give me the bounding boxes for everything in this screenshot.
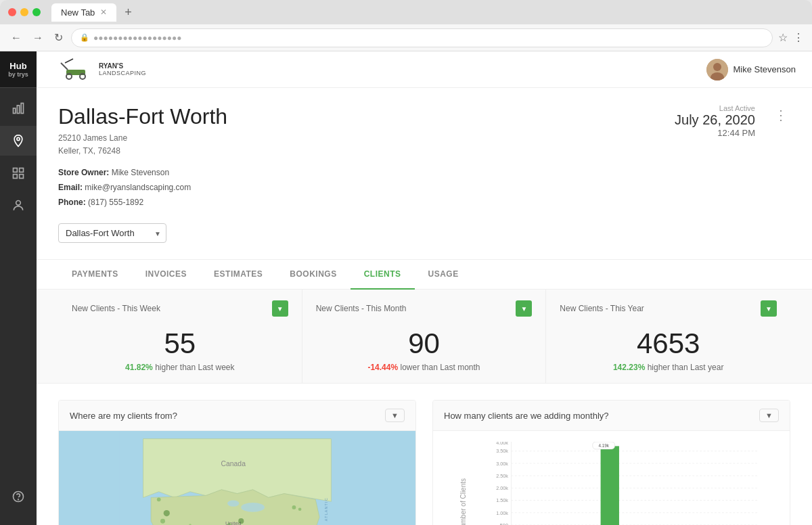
minimize-button[interactable]	[20, 8, 28, 16]
svg-text:A T L A N T I C: A T L A N T I C	[324, 498, 328, 521]
stat-month-value: 90	[316, 327, 533, 360]
svg-rect-0	[14, 108, 16, 114]
location-select[interactable]: Dallas-Fort Worth	[58, 223, 166, 243]
svg-point-32	[238, 518, 244, 524]
last-active-time: 12:44 PM	[675, 128, 755, 138]
sidebar-item-grid[interactable]	[0, 158, 37, 188]
stat-week-title: New Clients - This Week	[72, 304, 160, 313]
svg-line-15	[61, 63, 68, 70]
svg-rect-7	[20, 175, 24, 179]
svg-point-31	[298, 508, 302, 511]
svg-point-20	[241, 503, 265, 512]
bar-chart-svg: 0.00 500 1.00k 1.50k 2.00k 2.50k 3.00k 3…	[466, 442, 779, 525]
tab-clients[interactable]: CLIENTS	[351, 260, 415, 290]
stat-card-week: New Clients - This Week ▼ 55 41.82% high…	[58, 290, 302, 383]
logo-sub: by trys	[8, 71, 28, 78]
sidebar-item-user[interactable]	[0, 191, 37, 221]
tab-estimates[interactable]: ESTIMATES	[200, 260, 276, 290]
map-chart-title: Where are my clients from?	[70, 411, 177, 421]
svg-point-35	[160, 519, 165, 524]
map-chart-body: Canada United States	[59, 431, 415, 525]
location-section: Dallas-Fort Worth 25210 James Lane Kelle…	[58, 104, 790, 210]
stat-week-dropdown[interactable]: ▼	[272, 300, 288, 317]
logo-text: Hub	[9, 61, 26, 71]
svg-text:2.50k: 2.50k	[496, 473, 508, 479]
main-content: RYAN'S LANDSCAPING Mike Stevenson Dallas…	[37, 51, 812, 525]
new-tab-button[interactable]: +	[125, 5, 132, 20]
user-name: Mike Stevenson	[734, 64, 796, 74]
question-icon	[12, 490, 25, 503]
charts-section: Where are my clients from? ▼	[37, 384, 812, 525]
svg-point-10	[18, 499, 19, 500]
svg-rect-2	[21, 104, 23, 114]
lock-icon: 🔒	[80, 33, 89, 42]
address-line2: Keller, TX, 76248	[58, 145, 227, 158]
close-button[interactable]	[8, 8, 16, 16]
tab-close-icon[interactable]: ✕	[100, 7, 107, 17]
tab-payments[interactable]: PAYMENTS	[58, 260, 132, 290]
svg-point-8	[16, 201, 21, 206]
tabs-list: PAYMENTS INVOICES ESTIMATES BOOKINGS CLI…	[58, 260, 790, 289]
browser-tab[interactable]: New Tab ✕	[51, 3, 116, 22]
maximize-button[interactable]	[32, 8, 41, 16]
svg-point-38	[157, 498, 161, 502]
svg-text:500: 500	[500, 522, 508, 525]
address-text: ●●●●●●●●●●●●●●●●●●	[93, 33, 181, 43]
bar-chart-dropdown[interactable]: ▼	[759, 409, 779, 422]
svg-point-21	[227, 501, 239, 507]
stat-week-pct: 41.82%	[125, 363, 153, 372]
svg-point-17	[713, 63, 721, 71]
stats-grid: New Clients - This Week ▼ 55 41.82% high…	[58, 290, 790, 383]
map-chart-header: Where are my clients from? ▼	[59, 401, 415, 431]
tab-invoices[interactable]: INVOICES	[132, 260, 200, 290]
user-info: Mike Stevenson	[706, 59, 796, 81]
back-button[interactable]: ←	[8, 29, 24, 47]
chart-bar-icon	[12, 101, 25, 115]
more-options-button[interactable]: ⋮	[771, 104, 790, 126]
store-info: Store Owner: Mike Stevenson Email: mike@…	[58, 166, 227, 210]
user-icon	[12, 199, 25, 212]
map-pin-icon	[12, 134, 25, 147]
svg-text:3.00k: 3.00k	[496, 461, 508, 467]
tabs-section: PAYMENTS INVOICES ESTIMATES BOOKINGS CLI…	[37, 259, 812, 289]
stat-year-dropdown[interactable]: ▼	[761, 300, 777, 317]
store-owner-value: Mike Stevenson	[112, 168, 169, 177]
sidebar-item-location[interactable]	[0, 126, 37, 156]
app-header: RYAN'S LANDSCAPING Mike Stevenson	[37, 51, 812, 88]
svg-rect-73	[601, 447, 619, 525]
location-select-wrapper[interactable]: Dallas-Fort Worth	[58, 223, 166, 243]
map-chart-dropdown[interactable]: ▼	[385, 409, 405, 422]
svg-rect-5	[20, 168, 24, 173]
sidebar-item-analytics[interactable]	[0, 93, 37, 123]
svg-point-34	[164, 510, 170, 516]
stat-month-dropdown[interactable]: ▼	[516, 300, 532, 317]
bookmark-icon[interactable]: ☆	[778, 31, 788, 44]
sidebar: Hub by trys	[0, 51, 37, 525]
phone-label: Phone:	[58, 198, 86, 207]
stat-month-title: New Clients - This Month	[316, 304, 407, 313]
store-owner-label: Store Owner:	[58, 168, 109, 177]
refresh-button[interactable]: ↻	[51, 28, 66, 47]
bar-chart-title: How many clients are we adding monthly?	[444, 411, 609, 421]
tab-usage[interactable]: USAGE	[415, 260, 472, 290]
address-bar[interactable]: 🔒 ●●●●●●●●●●●●●●●●●●	[71, 28, 773, 47]
tab-bookings[interactable]: BOOKINGS	[276, 260, 350, 290]
grid-icon	[12, 166, 25, 180]
page-address: 25210 James Lane Keller, TX, 76248	[58, 132, 227, 158]
forward-button[interactable]: →	[30, 29, 46, 47]
bar-chart-body: Number of Clients 0.00 500 1.00k 1.50k	[433, 431, 790, 525]
map-svg: Canada United States	[59, 431, 415, 525]
svg-point-3	[17, 137, 20, 140]
avatar	[706, 59, 728, 81]
location-meta: Last Active July 26, 2020 12:44 PM	[675, 104, 755, 138]
email-value: mike@ryanslandscaping.com	[85, 183, 191, 192]
bar-chart-container: Number of Clients 0.00 500 1.00k 1.50k	[433, 431, 790, 525]
y-axis-label: Number of Clients	[459, 478, 467, 525]
bar-chart-header: How many clients are we adding monthly? …	[433, 401, 790, 431]
menu-icon[interactable]: ⋮	[793, 31, 804, 44]
sidebar-logo: Hub by trys	[0, 51, 37, 88]
svg-point-30	[292, 505, 296, 509]
stat-card-month: New Clients - This Month ▼ 90 -14.44% lo…	[302, 290, 547, 383]
svg-rect-6	[14, 175, 18, 179]
company-logo-image	[53, 58, 93, 81]
